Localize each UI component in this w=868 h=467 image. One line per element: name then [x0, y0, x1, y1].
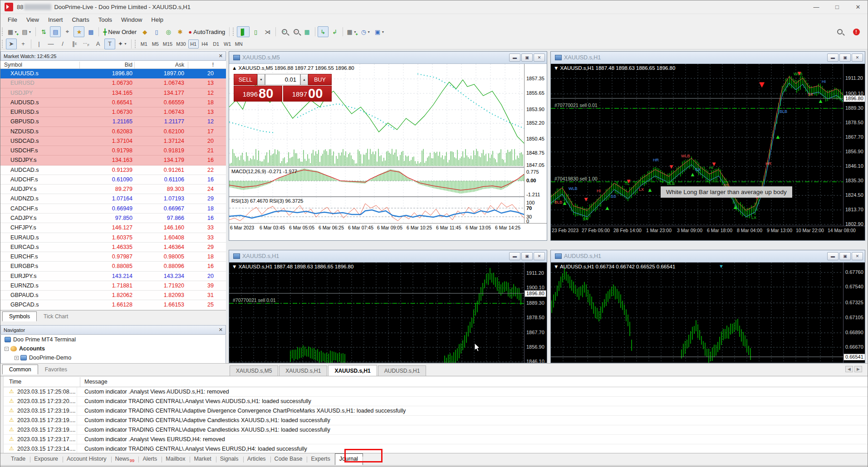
market-watch-row[interactable]: EURAUD.s 1.60375 1.60408 33 [0, 233, 226, 243]
chart-window-titlebar[interactable]: XAUUSD.s,H1 ▬ ▣ ✕ [551, 52, 865, 64]
notification-alert-icon[interactable]: ! [851, 26, 862, 37]
crosshair-tool-button[interactable]: + [18, 39, 29, 49]
market-watch-row[interactable]: XAUUSD.s 1896.80 1897.00 20 [0, 69, 226, 78]
templates-button[interactable]: ▣▼ [373, 26, 386, 37]
journal-row[interactable]: ⚠ 2023.03.15 17:23:20.... Custom indicat… [4, 397, 868, 406]
market-watch-row[interactable]: AUDJPY.s 89.279 89.303 24 [0, 185, 226, 194]
buy-button[interactable]: BUY [308, 74, 332, 85]
market-watch-row[interactable]: CADJPY.s 97.850 97.866 16 [0, 214, 226, 223]
horizontal-line-tool[interactable]: — [45, 39, 56, 49]
chart-close-button[interactable]: ✕ [852, 252, 863, 260]
chart-minimize-button[interactable]: ▬ [827, 252, 839, 260]
menu-item[interactable]: Tools [94, 15, 117, 24]
time-axis[interactable]: 6 Mar 2023 6 Mar 03:45 6 Mar 05:05 6 Mar… [229, 223, 547, 231]
timeframe-button[interactable]: MN [234, 39, 244, 49]
menu-item[interactable]: Window [117, 15, 147, 24]
order-line-label[interactable]: #70419830 sell 1.00 [554, 176, 598, 181]
volume-decrease-button[interactable]: ▼ [257, 74, 265, 85]
metaeditor-button[interactable]: ◆ [139, 26, 150, 37]
column-spread[interactable]: ! [212, 62, 214, 68]
timeframe-button[interactable]: W1 [222, 39, 233, 49]
close-icon[interactable]: ✕ [219, 53, 223, 59]
price-axis[interactable]: 1857.35 1855.65 1853.90 1852.20 1850.45 … [524, 64, 547, 223]
scroll-right-icon[interactable]: ▶ [854, 366, 862, 372]
terminal-tab[interactable]: Account History [63, 454, 111, 465]
tab-symbols[interactable]: Symbols [2, 311, 37, 321]
text-label-tool[interactable]: T [104, 39, 115, 49]
market-watch-row[interactable]: EURGBP.s 0.88085 0.88096 16 [0, 262, 226, 271]
terminal-tab[interactable]: Trade [7, 454, 30, 465]
chart-tab[interactable]: XAUUSD.s,H1 [328, 365, 377, 376]
chart-minimize-button[interactable]: ▬ [509, 54, 520, 62]
sell-button[interactable]: SELL [234, 74, 257, 85]
chart-close-button[interactable]: ✕ [534, 252, 545, 260]
timeframe-button[interactable]: M5 [150, 39, 161, 49]
chart-canvas-xauusd-h1b[interactable]: ▼ XAUUSD.s,H1 1887.48 1898.63 1886.65 18… [229, 263, 547, 363]
chart-minimize-button[interactable]: ▬ [509, 252, 520, 260]
column-time[interactable]: Time [9, 379, 21, 385]
indicators-button[interactable]: ▦+▼ [345, 26, 358, 37]
zoom-in-button[interactable]: + [278, 26, 289, 37]
menu-item[interactable]: View [22, 15, 44, 24]
market-watch-row[interactable]: NZDUSD.s 0.62083 0.62100 17 [0, 127, 226, 136]
market-watch-row[interactable]: USDJPY 134.165 134.177 12 [0, 88, 226, 98]
sell-price[interactable]: 1896 80 [234, 86, 282, 102]
chart-shift-toggle[interactable]: ↲ [329, 26, 340, 37]
vertical-line-tool[interactable]: | [34, 39, 44, 49]
tree-item-terminal[interactable]: Doo Prime MT4 Terminal [1, 335, 226, 344]
market-watch-row[interactable]: AUDCAD.s 0.91239 0.91261 22 [0, 165, 226, 175]
column-ask[interactable]: Ask [175, 62, 184, 68]
market-watch-row[interactable]: EURJPY.s 143.214 143.234 20 [0, 272, 226, 281]
menu-item[interactable]: Insert [44, 15, 68, 24]
timeframe-button[interactable]: M30 [175, 39, 187, 49]
timeframe-button[interactable]: D1 [211, 39, 221, 49]
timeframe-button[interactable]: H4 [200, 39, 210, 49]
tile-windows-button[interactable]: ▦ [302, 26, 313, 37]
chart-close-button[interactable]: ✕ [852, 54, 863, 62]
signals-button[interactable]: ◎ [163, 26, 174, 37]
journal-row[interactable]: ⚠ 2023.03.15 17:23:19.... Custom indicat… [4, 425, 868, 435]
column-bid[interactable]: Bid [125, 62, 132, 68]
tab-favorites[interactable]: Favorites [38, 365, 74, 375]
market-watch-row[interactable]: GBPUSD.s 1.21165 1.21177 12 [0, 117, 226, 126]
profiles-button[interactable]: ▤▼ [20, 26, 33, 37]
market-watch-row[interactable]: EURCHF.s 0.97987 0.98005 18 [0, 252, 226, 262]
price-axis[interactable]: 1911.20 1900.10 1889.30 1878.50 1867.70 … [524, 263, 547, 363]
tab-tick-chart[interactable]: Tick Chart [37, 311, 75, 321]
text-tool[interactable]: A [93, 39, 103, 49]
search-button[interactable] [834, 26, 845, 37]
chart-restore-button[interactable]: ▣ [839, 252, 851, 260]
new-chart-button[interactable]: ▦+▼ [6, 26, 19, 37]
chart-tab[interactable]: XAUUSD.s,H1 [279, 365, 327, 376]
menu-item[interactable]: Help [147, 15, 168, 24]
new-order-button[interactable]: ╋New Order [101, 26, 138, 37]
volume-input[interactable]: 0.01 [265, 74, 300, 85]
maximize-button[interactable]: □ [827, 0, 848, 14]
buy-price[interactable]: 1897 00 [283, 86, 332, 102]
market-watch-row[interactable]: AUDUSD.s 0.66541 0.66559 18 [0, 98, 226, 107]
time-axis[interactable]: 23 Feb 2023 27 Feb 05:00 28 Feb 14:00 1 … [551, 226, 865, 234]
close-button[interactable]: ✕ [848, 0, 868, 14]
market-watch-row[interactable]: EURNZD.s 1.71881 1.71920 39 [0, 281, 226, 291]
column-symbol[interactable]: Symbol [4, 62, 22, 68]
menu-item[interactable]: File [3, 15, 22, 24]
market-watch-row[interactable]: AUDNZD.s 1.07164 1.07193 29 [0, 194, 226, 204]
order-line-label[interactable]: #70770021 sell 0.01 [233, 297, 276, 303]
tree-item-accounts[interactable]: − Accounts [1, 344, 226, 353]
market-watch-row[interactable]: AUDCHF.s 0.61090 0.61106 16 [0, 175, 226, 185]
terminal-tab[interactable]: Market [190, 454, 216, 465]
tab-common[interactable]: Common [2, 365, 38, 375]
chart-close-button[interactable]: ✕ [534, 54, 545, 62]
toolbar-grip[interactable] [233, 28, 235, 36]
journal-row[interactable]: ⚠ 2023.03.15 17:23:19.... Custom indicat… [4, 416, 868, 425]
order-line-label[interactable]: #70770021 sell 0.01 [554, 102, 598, 108]
market-watch-row[interactable]: EURUSD 1.06730 1.06743 13 [0, 78, 226, 88]
data-window-button[interactable]: ⌖ [62, 26, 73, 37]
chart-canvas-audusd-h1[interactable]: ▼ AUDUSD.s,H1 0.66734 0.66742 0.66525 0.… [551, 263, 865, 363]
market-watch-row[interactable]: CHFJPY.s 146.127 146.160 33 [0, 223, 226, 233]
line-chart-button[interactable]: ⋊ [262, 26, 273, 37]
trendline-tool[interactable]: / [57, 39, 68, 49]
terminal-tab[interactable]: Mailbox [162, 454, 190, 465]
bar-chart-button[interactable]: ▐▎ [237, 26, 249, 37]
market-watch-row[interactable]: USDCHF.s 0.91798 0.91819 21 [0, 146, 226, 156]
